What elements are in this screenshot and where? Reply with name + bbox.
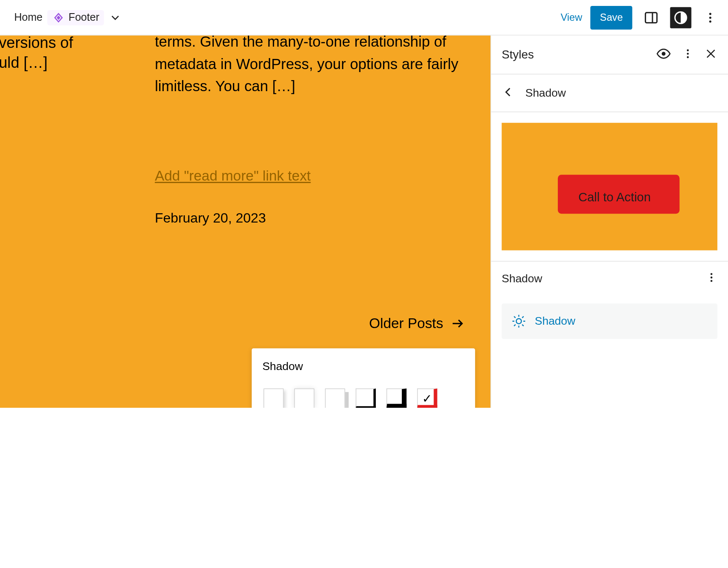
shadow-swatch-soft-gray[interactable]	[324, 387, 346, 408]
sidebar-more-button[interactable]	[682, 47, 694, 61]
read-more-link[interactable]: Add "read more" link text	[155, 168, 311, 184]
svg-point-7	[687, 49, 689, 51]
options-button[interactable]	[700, 7, 721, 28]
sidebar-nav: Shadow	[491, 75, 728, 112]
svg-point-5	[709, 20, 711, 22]
more-vertical-icon	[704, 11, 717, 24]
sidebar-header: Styles	[491, 36, 728, 75]
shadow-swatch-outline-thin[interactable]	[355, 387, 377, 408]
chevron-left-icon	[502, 85, 515, 98]
popover-title: Shadow	[262, 360, 464, 373]
editor-canvas[interactable]: versions of uld […] terms. Given the man…	[0, 36, 490, 408]
sidebar-nav-title: Shadow	[525, 86, 566, 100]
sidebar-title: Styles	[502, 48, 534, 61]
post-date: February 20, 2023	[155, 210, 266, 226]
breadcrumb-home[interactable]: Home	[14, 11, 42, 23]
shadow-preview: Call to Action	[502, 123, 717, 251]
svg-line-18	[514, 316, 515, 317]
svg-line-19	[522, 325, 524, 326]
shadow-section-more[interactable]	[706, 271, 717, 285]
view-link[interactable]: View	[560, 11, 582, 23]
svg-point-11	[711, 276, 713, 278]
sidebar-toggle-button[interactable]	[641, 7, 662, 28]
styles-sidebar: Styles Shadow	[490, 36, 728, 408]
svg-line-21	[522, 316, 524, 317]
breadcrumb-template-label: Footer	[69, 11, 99, 23]
svg-line-20	[514, 325, 515, 326]
more-vertical-icon	[706, 271, 717, 283]
shadow-popover: Shadow ✓	[252, 348, 475, 408]
older-posts-link[interactable]: Older Posts	[369, 315, 465, 332]
svg-point-6	[662, 52, 666, 56]
style-book-button[interactable]	[656, 46, 671, 64]
shadow-control-label: Shadow	[535, 315, 576, 328]
top-bar: Home Footer View Save	[0, 0, 728, 36]
shadow-swatch-red[interactable]: ✓	[416, 387, 439, 408]
template-part-icon	[52, 11, 65, 24]
arrow-right-icon	[450, 317, 464, 331]
shadow-swatches: ✓	[262, 387, 464, 408]
svg-point-10	[711, 273, 713, 275]
text-fragment-left: versions of uld […]	[0, 36, 73, 73]
more-vertical-icon	[682, 47, 694, 59]
close-sidebar-button[interactable]	[704, 47, 717, 62]
sun-icon	[511, 314, 526, 329]
svg-point-8	[687, 53, 689, 55]
breadcrumb-template-pill[interactable]: Footer	[47, 10, 104, 25]
back-button[interactable]	[502, 85, 515, 100]
check-icon: ✓	[416, 387, 439, 408]
svg-point-13	[516, 319, 521, 324]
sidebar-icon	[644, 10, 659, 25]
svg-point-3	[709, 13, 711, 15]
shadow-section-title: Shadow	[502, 272, 543, 285]
text-fragment-right: terms. Given the many-to-one relationshi…	[155, 36, 462, 97]
close-icon	[704, 47, 717, 60]
shadow-control[interactable]: Shadow	[502, 303, 717, 339]
shadow-swatch-deep[interactable]	[293, 387, 316, 408]
chevron-down-icon	[109, 11, 122, 24]
shadow-section-header: Shadow	[491, 261, 728, 295]
topbar-actions: View Save	[560, 6, 721, 29]
svg-rect-0	[645, 12, 657, 22]
styles-toggle-button[interactable]	[670, 7, 692, 28]
svg-point-4	[709, 17, 711, 19]
preview-text: Call to Action	[555, 190, 674, 204]
shadow-swatch-outline-thick[interactable]	[385, 387, 408, 408]
svg-point-12	[711, 280, 713, 282]
breadcrumb-caret[interactable]	[109, 11, 122, 24]
older-posts-label: Older Posts	[369, 315, 443, 332]
svg-point-9	[687, 56, 689, 58]
save-button[interactable]: Save	[591, 6, 633, 29]
breadcrumb: Home Footer	[14, 10, 122, 25]
shadow-swatch-natural[interactable]	[262, 387, 285, 408]
contrast-icon	[673, 10, 688, 25]
eye-icon	[656, 46, 671, 61]
